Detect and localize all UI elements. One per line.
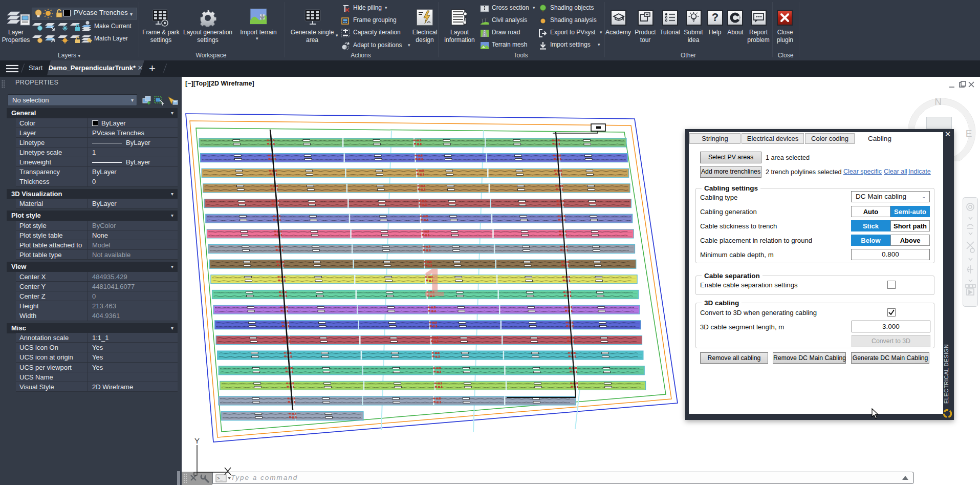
svg-text:?: ? [712, 11, 718, 24]
svg-text:E: E [966, 128, 972, 139]
svg-text:1: 1 [423, 260, 445, 305]
svg-text:Y: Y [194, 438, 200, 445]
svg-text:N: N [934, 96, 942, 107]
